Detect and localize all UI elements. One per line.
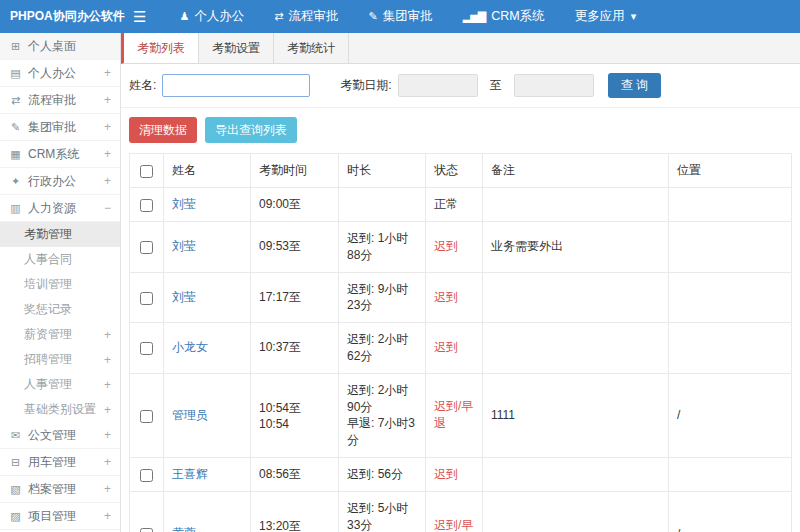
- row-checkbox[interactable]: [140, 342, 153, 355]
- row-checkbox[interactable]: [140, 292, 153, 305]
- attendance-name-link[interactable]: 黄蓉: [172, 526, 196, 532]
- select-all-cell: [130, 154, 164, 188]
- sidebar-item-personal-desktop[interactable]: ⊞个人桌面: [0, 33, 120, 60]
- duration-cell: 迟到: 2小时90分 早退: 7小时3分: [339, 373, 426, 457]
- attendance-name-link[interactable]: 王喜辉: [172, 467, 208, 481]
- attendance-name-link[interactable]: 刘莹: [172, 239, 196, 253]
- sidebar-item-attendance-management[interactable]: 考勤管理: [0, 222, 120, 247]
- date-filter-label: 考勤日期:: [340, 77, 391, 94]
- sidebar-item-personnel-contract[interactable]: 人事合同: [0, 247, 120, 272]
- attendance-name-link[interactable]: 小龙女: [172, 340, 208, 354]
- export-list-button[interactable]: 导出查询列表: [205, 117, 297, 143]
- name-cell: 小龙女: [164, 323, 251, 374]
- app-logo: PHPOA协同办公软件: [0, 8, 121, 25]
- sidebar-item-label: 人力资源: [28, 200, 98, 217]
- status-badge: 迟到: [434, 239, 458, 253]
- group-icon: ✎: [9, 121, 22, 134]
- tab-attendance-stats[interactable]: 考勤统计: [274, 33, 349, 63]
- column-header: 考勤时间: [251, 154, 339, 188]
- sidebar-item-label: 奖惩记录: [24, 301, 111, 318]
- table-row: 刘莹09:53至迟到: 1小时88分迟到业务需要外出: [130, 222, 792, 273]
- table-row: 刘莹17:17至迟到: 9小时23分迟到: [130, 272, 792, 323]
- expand-icon: +: [104, 403, 111, 417]
- sidebar-item-personal-office[interactable]: ▤个人办公+: [0, 60, 120, 87]
- sidebar-item-label: 招聘管理: [24, 351, 98, 368]
- sidebar-item-project-management[interactable]: ▨项目管理+: [0, 503, 120, 530]
- sidebar-item-human-resources[interactable]: ▥人力资源−: [0, 195, 120, 222]
- sidebar-item-label: 集团审批: [28, 119, 98, 136]
- duration-cell: 迟到: 1小时88分: [339, 222, 426, 273]
- row-checkbox[interactable]: [140, 469, 153, 482]
- attendance-name-link[interactable]: 管理员: [172, 408, 208, 422]
- tab-attendance-list[interactable]: 考勤列表: [124, 33, 199, 63]
- status-cell: 正常: [426, 188, 483, 222]
- action-bar: 清理数据 导出查询列表: [121, 108, 800, 153]
- tab-attendance-settings[interactable]: 考勤设置: [199, 33, 274, 63]
- status-cell: 迟到: [426, 457, 483, 491]
- sidebar-item-archive-management[interactable]: ▧档案管理+: [0, 476, 120, 503]
- expand-icon: +: [104, 353, 111, 367]
- duration-cell: 迟到: 9小时23分: [339, 272, 426, 323]
- sidebar-item-base-category-settings[interactable]: 基础类别设置+: [0, 397, 120, 422]
- row-checkbox[interactable]: [140, 528, 153, 532]
- table-row: 刘莹09:00至正常: [130, 188, 792, 222]
- sidebar-item-label: 基础类别设置: [24, 401, 98, 418]
- clean-data-button[interactable]: 清理数据: [129, 117, 197, 143]
- table-row: 黄蓉13:20至13:20迟到: 5小时33分 早退: 4小时67分迟到/早退/: [130, 491, 792, 532]
- sidebar-item-process-approval[interactable]: ⇄流程审批+: [0, 87, 120, 114]
- attendance-name-link[interactable]: 刘莹: [172, 290, 196, 304]
- topnav-item-process-approval[interactable]: ⇄流程审批: [259, 0, 353, 33]
- name-filter-input[interactable]: [162, 74, 310, 97]
- expand-icon: +: [104, 455, 111, 469]
- time-cell: 10:54至10:54: [251, 373, 339, 457]
- location-cell: [669, 272, 792, 323]
- sidebar-item-group-approval[interactable]: ✎集团审批+: [0, 114, 120, 141]
- date-from-input[interactable]: [398, 74, 478, 97]
- sidebar-item-document-management[interactable]: ✉公文管理+: [0, 422, 120, 449]
- time-cell: 09:53至: [251, 222, 339, 273]
- sidebar-item-training-management[interactable]: 培训管理: [0, 272, 120, 297]
- attendance-name-link[interactable]: 刘莹: [172, 197, 196, 211]
- column-header: 姓名: [164, 154, 251, 188]
- name-cell: 管理员: [164, 373, 251, 457]
- location-cell: [669, 222, 792, 273]
- top-bar: PHPOA协同办公软件 ☰ ♟个人办公⇄流程审批✎集团审批▂▅▇CRM系统更多应…: [0, 0, 800, 33]
- sidebar-item-label: 个人桌面: [28, 38, 111, 55]
- row-checkbox-cell: [130, 188, 164, 222]
- row-checkbox[interactable]: [140, 241, 153, 254]
- process-icon: ⇄: [9, 94, 22, 107]
- sidebar-item-vehicle-management[interactable]: ⊟用车管理+: [0, 449, 120, 476]
- column-header: 状态: [426, 154, 483, 188]
- row-checkbox[interactable]: [140, 199, 153, 212]
- topnav-item-label: 更多应用: [575, 8, 625, 25]
- topnav-item-crm-system[interactable]: ▂▅▇CRM系统: [448, 0, 560, 33]
- topnav-item-more-apps[interactable]: 更多应用▾: [560, 0, 651, 33]
- hamburger-icon[interactable]: ☰: [121, 0, 164, 33]
- status-badge: 迟到: [434, 467, 458, 481]
- sidebar-item-label: 考勤管理: [24, 226, 111, 243]
- duration-cell: [339, 188, 426, 222]
- sidebar-item-recruitment-management[interactable]: 招聘管理+: [0, 347, 120, 372]
- sidebar-item-salary-management[interactable]: 薪资管理+: [0, 322, 120, 347]
- collapse-icon: −: [104, 201, 111, 215]
- name-cell: 黄蓉: [164, 491, 251, 532]
- query-button[interactable]: 查 询: [608, 73, 661, 98]
- status-badge: 正常: [434, 197, 458, 211]
- row-checkbox-cell: [130, 491, 164, 532]
- note-cell: 1111: [483, 373, 669, 457]
- topnav-item-group-approval[interactable]: ✎集团审批: [354, 0, 448, 33]
- sidebar-item-crm-system[interactable]: ▦CRM系统+: [0, 141, 120, 168]
- date-to-input[interactable]: [514, 74, 594, 97]
- select-all-checkbox[interactable]: [140, 165, 153, 178]
- row-checkbox[interactable]: [140, 410, 153, 423]
- status-cell: 迟到: [426, 222, 483, 273]
- expand-icon: +: [104, 147, 111, 161]
- topnav-item-personal-office[interactable]: ♟个人办公: [164, 0, 259, 33]
- table-row: 王喜辉08:56至迟到: 56分迟到: [130, 457, 792, 491]
- main-layout: ⊞个人桌面▤个人办公+⇄流程审批+✎集团审批+▦CRM系统+✦行政办公+▥人力资…: [0, 33, 800, 532]
- sidebar-item-admin-office[interactable]: ✦行政办公+: [0, 168, 120, 195]
- row-checkbox-cell: [130, 323, 164, 374]
- sidebar-item-reward-punishment[interactable]: 奖惩记录: [0, 297, 120, 322]
- sidebar-item-personnel-management[interactable]: 人事管理+: [0, 372, 120, 397]
- tab-bar: 考勤列表 考勤设置 考勤统计: [121, 33, 800, 64]
